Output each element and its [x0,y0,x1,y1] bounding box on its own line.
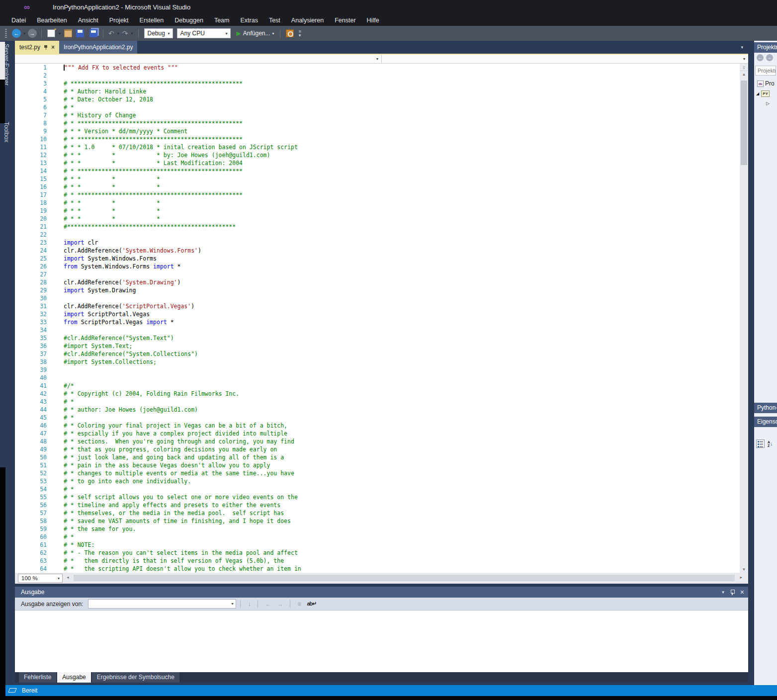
previous-message-icon[interactable]: ← [265,601,271,608]
code-line[interactable]: 28clr.AddReference('System.Drawing') [15,278,740,286]
code-line[interactable]: 10# * **********************************… [15,135,740,143]
code-line[interactable]: 11# * * 1.0 * 07/10/2018 * inital creati… [15,143,740,151]
menu-item-datei[interactable]: Datei [6,15,31,26]
properties-header[interactable]: Eigensch [754,417,777,427]
code-line[interactable]: 55# * self script allows you to select o… [15,493,740,501]
menu-item-bearbeiten[interactable]: Bearbeiten [31,15,72,26]
code-line[interactable]: 61# * NOTE: [15,541,740,549]
code-line[interactable]: 42# * Copyright (c) 2004, Folding Rain F… [15,390,740,398]
find-in-files-icon[interactable] [286,29,294,37]
title-bar[interactable]: ∞ IronPythonApplication2 - Microsoft Vis… [0,0,777,15]
code-line[interactable]: 60# * [15,533,740,541]
attach-button[interactable]: Anfügen... [243,30,270,37]
code-line[interactable]: 17# * **********************************… [15,191,740,199]
menu-item-projekt[interactable]: Projekt [104,15,134,26]
code-line[interactable]: 4# * Author: Harold Linke [15,88,740,95]
navigate-back-dropdown-icon[interactable]: ▾ [23,31,25,36]
menu-item-hilfe[interactable]: Hilfe [361,15,385,26]
window-position-chevron-icon[interactable]: ▾ [722,587,724,598]
menu-item-test[interactable]: Test [263,15,286,26]
editor-zoom-dropdown[interactable]: 100 % ▾ [18,574,63,583]
next-message-icon[interactable]: → [277,601,283,608]
menu-item-ansicht[interactable]: Ansicht [73,15,104,26]
nav-forward-icon[interactable]: → [766,54,773,61]
goto-message-icon[interactable]: ↓ [248,601,251,608]
pin-icon[interactable] [44,45,48,50]
code-line[interactable]: 30 [15,294,740,302]
navigate-forward-icon[interactable]: → [28,29,37,38]
code-line[interactable]: 62# * - The reason you can't select item… [15,549,740,557]
attach-dropdown-icon[interactable]: ▾ [272,31,274,36]
tab-fehlerliste[interactable]: Fehlerliste [19,672,56,683]
scroll-right-icon[interactable]: ▸ [740,575,742,580]
menu-item-analysieren[interactable]: Analysieren [286,15,329,26]
type-dropdown[interactable]: ▾ [15,55,382,63]
code-line[interactable]: 48# * sections. When you're going throug… [15,438,740,445]
code-editor[interactable]: 1""" Add FX to selected events """23# **… [15,64,740,573]
new-file-icon[interactable] [47,29,55,37]
output-content[interactable] [15,611,748,672]
pin-icon[interactable] [730,590,734,595]
sidebar-tab-toolbox[interactable]: Toolbox [3,122,10,142]
code-line[interactable]: 38#import System.Collections; [15,358,740,366]
toolbar-overflow-icon[interactable]: ≡ ▾ [299,29,301,37]
code-line[interactable]: 1""" Add FX to selected events """ [15,64,740,72]
code-line[interactable]: 35#clr.AddReference("System.Text") [15,334,740,342]
scrollbar-thumb[interactable] [741,81,747,165]
close-icon[interactable]: × [740,589,744,596]
categorized-view-icon[interactable] [756,439,765,448]
new-file-dropdown-icon[interactable]: ▾ [59,31,61,36]
sort-alphabetical-icon[interactable]: AZ ↓ [768,439,776,448]
save-icon[interactable] [76,29,84,37]
menu-item-fenster[interactable]: Fenster [329,15,361,26]
code-line[interactable]: 36#import System.Text; [15,342,740,350]
toolbar-grip[interactable] [5,29,7,38]
code-line[interactable]: 54# * [15,485,740,493]
tree-item[interactable]: ▷ [754,98,777,108]
code-line[interactable]: 51# * pain in the ass because Vegas does… [15,461,740,469]
code-line[interactable]: 13# * * * * Last Modification: 2004 [15,159,740,167]
code-line[interactable]: 5# * Date: October 12, 2018 [15,95,740,103]
output-title-bar[interactable]: Ausgabe ▾ × [15,587,748,598]
code-line[interactable]: 21#*************************************… [15,223,740,231]
code-line[interactable]: 2 [15,72,740,80]
code-line[interactable]: 46# * Coloring your final project in Veg… [15,422,740,430]
document-list-chevron-icon[interactable]: ▾ [741,45,743,50]
redo-icon[interactable]: ↷ [122,29,128,37]
solution-explorer-title[interactable]: Projektmap [754,42,777,53]
navigate-back-icon[interactable]: ← [12,29,21,38]
code-line[interactable]: 37#clr.AddReference("System.Collections"… [15,350,740,358]
code-line[interactable]: 32import ScriptPortal.Vegas [15,310,740,318]
code-line[interactable]: 39 [15,366,740,374]
editor-vertical-scrollbar[interactable]: ↕ ▲ ▼ [740,64,748,573]
code-line[interactable]: 56# * timeline and apply effects and pre… [15,501,740,509]
code-line[interactable]: 59# * the same for you. [15,525,740,533]
code-line[interactable]: 20# * * * * [15,215,740,223]
code-line[interactable]: 9# * * Version * dd/mm/yyyy * Comment [15,127,740,135]
undo-icon[interactable]: ↶ [108,29,114,37]
code-line[interactable]: 12# * * * * by: Joe Howes (joeh@guild1.c… [15,151,740,159]
undo-dropdown-icon[interactable]: ▾ [117,31,119,36]
code-line[interactable]: 8# * ***********************************… [15,119,740,127]
scroll-down-icon[interactable]: ▼ [740,567,748,572]
menu-item-team[interactable]: Team [209,15,235,26]
code-line[interactable]: 57# * themselves, or the media in the me… [15,509,740,517]
code-line[interactable]: 53# * to go into each one individually. [15,477,740,485]
code-line[interactable]: 24clr.AddReference('System.Windows.Forms… [15,247,740,255]
tab-ergebnisse-der-symbolsuche[interactable]: Ergebnisse der Symbolsuche [92,672,179,683]
clear-output-icon[interactable]: ≡ [297,601,301,608]
code-line[interactable]: 27 [15,270,740,278]
code-line[interactable]: 43# * [15,398,740,406]
scrollbar-thumb[interactable] [74,575,735,581]
code-line[interactable]: 45# * [15,414,740,422]
menu-item-erstellen[interactable]: Erstellen [134,15,170,26]
collapsed-arrow-icon[interactable]: ▷ [766,101,770,106]
code-line[interactable]: 47# * espcially if you have a complex pr… [15,430,740,438]
code-line[interactable]: 49# * that as you progress, coloring dec… [15,445,740,453]
redo-dropdown-icon[interactable]: ▾ [131,31,133,36]
code-line[interactable]: 23import clr [15,239,740,247]
tab-ironpythonapplication2-py[interactable]: IronPythonApplication2.py [59,41,137,54]
code-line[interactable]: 44# * author: Joe Howes (joeh@guild1.com… [15,406,740,414]
code-line[interactable]: 64# * the scripting API doesn't allow yo… [15,565,740,573]
code-line[interactable]: 14# * **********************************… [15,167,740,175]
